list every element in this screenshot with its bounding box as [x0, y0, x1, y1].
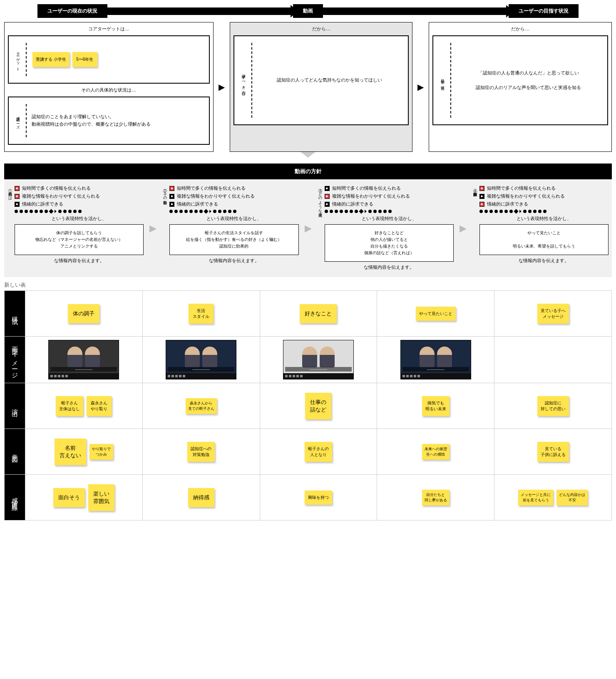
checkbox-icon: ■	[479, 194, 484, 199]
sticky-note[interactable]: 病気でも 明るい未来	[422, 396, 450, 416]
video-thumbnail[interactable]: ――――――	[400, 340, 471, 379]
sticky-note[interactable]: 認知症に 対しての思い	[537, 396, 569, 416]
row-header-enshutsu: 演出	[5, 383, 25, 429]
checkbox-icon: ■	[479, 202, 484, 207]
chevron-right-icon: ▶	[305, 223, 312, 234]
policy-convey-text: な情報内容を伝えます。	[15, 258, 144, 264]
table-cell: 認知症に 対しての思い	[494, 383, 612, 429]
policy-content-box: 体の調子を話してもらう 物忘れなど（マネージャーの名前が言えない） アニメとリン…	[15, 224, 144, 255]
target-box: ターゲット 受講する 小学生 5〜6年生	[8, 35, 210, 84]
policy-exploit-text: という表現特性を活かし、	[169, 216, 298, 222]
vlabel-goal: 目指す状況	[440, 76, 445, 84]
sticky-note[interactable]: 蛭子さんの 人となり	[305, 442, 332, 462]
sticky-note[interactable]: 体の調子	[68, 304, 99, 323]
dashed-separator	[26, 43, 27, 76]
video-thumbnail[interactable]: ――――――	[48, 340, 119, 379]
policy-vlabel: ②その動画を	[162, 183, 168, 273]
policy-exploit-text: という表現特性を活かし、	[325, 216, 454, 222]
check-item: ■複雑な情報をわかりやすく伝えられる	[169, 193, 298, 199]
check-label: 短時間で多くの情報を伝えられる	[22, 185, 91, 191]
arrow-icon	[323, 7, 509, 15]
check-item: ■短時間で多くの情報を伝えられる	[169, 185, 298, 191]
sticky-note[interactable]: 楽しい 雰囲気	[88, 484, 114, 511]
sticky-note[interactable]: 見ている 子供に訴える	[537, 442, 569, 462]
appeal-text: 認知症の人ってどんな気持ちなのかを知ってほしい	[257, 77, 402, 84]
row-header-gamen: 画面イメージ	[5, 337, 25, 383]
sticky-note[interactable]: 受講する 小学生	[32, 52, 70, 67]
sticky-note[interactable]: 蛭子さん 主体はなし	[56, 396, 83, 416]
check-label: 情緒的に訴求できる	[332, 201, 373, 207]
policy-exploit-text: という表現特性を活かし、	[479, 216, 609, 222]
goal-line2: 認知症の人のリアルな声を聞いて思いと実感を知る	[456, 84, 601, 92]
check-item: ■複雑な情報をわかりやすく伝えられる	[479, 193, 609, 199]
sticky-note[interactable]: メッセージと共に 前を見てもらう	[518, 490, 553, 506]
panel-current: コアターゲットは… ターゲット 受講する 小学生 5〜6年生 その人の具体的な状…	[4, 22, 214, 152]
sticky-note[interactable]: 生活 スタイル	[189, 304, 214, 324]
policy-content-box: 蛭子さんの生活スタイルを話す 絵を描く（指を動かす）食べるの好き（よく噛む） 認…	[169, 224, 298, 255]
check-item: ■複雑な情報をわかりやすく伝えられる	[325, 193, 454, 199]
check-label: 情緒的に訴求できる	[22, 201, 63, 207]
policy-convey-text: な情報内容を伝えます。	[325, 264, 454, 270]
arrow-icon	[107, 7, 293, 15]
checkbox-icon: ■	[15, 186, 20, 191]
sticky-note[interactable]: 自分たちと 同じ夢がある	[422, 490, 450, 506]
flow-label-right: ユーザーの目指す状況	[509, 4, 579, 18]
dots-divider	[479, 210, 609, 213]
table-cell: 病気でも 明るい未来	[377, 383, 494, 429]
table-cell: 体の調子	[25, 291, 143, 337]
video-thumbnail[interactable]: ――――――	[283, 340, 354, 379]
checkbox-icon: ■	[169, 202, 174, 207]
row-header-ito: 意図	[5, 429, 25, 475]
vlabel-needs: 課題・ニーズ	[15, 114, 21, 127]
sticky-note[interactable]: 好きなこと	[300, 304, 337, 323]
sticky-note[interactable]: 名前 言えない	[55, 439, 86, 465]
table-cell: 見ている 子供に訴える	[494, 429, 612, 475]
sticky-note[interactable]: 納得感	[188, 488, 214, 507]
table-cell: ――――――	[377, 337, 494, 383]
sticky-note[interactable]: やって見たいこと	[416, 307, 456, 321]
checkbox-icon: ■	[169, 186, 174, 191]
table-cell: メッセージと共に 前を見てもらうどんな内容かは 不安	[494, 475, 612, 520]
sticky-note[interactable]: 未来への展望 生への感情	[422, 444, 450, 460]
policy-convey-text: な情報内容を伝えます。	[479, 258, 609, 264]
sticky-note[interactable]: 認知症への 対策勉強	[187, 442, 215, 462]
table-cell: 未来への展望 生への感情	[377, 429, 494, 475]
table-cell: 名前 言えないやり取りで つかみ	[25, 429, 143, 475]
policy-column: ①動画では■短時間で多くの情報を伝えられる■複雑な情報をわかりやすく伝えられる■…	[4, 179, 147, 277]
needs-text: 認知症のことをあまり理解していない。 動画視聴時は会の中盤なので、概要などは少し…	[32, 113, 202, 128]
table-cell: 蛭子さんの 人となり	[260, 429, 378, 475]
chevron-right-icon: ▶	[217, 82, 226, 92]
flow-label-left: ユーザーの現在の状況	[37, 4, 107, 18]
sticky-note[interactable]: 仕事の 話など	[305, 393, 331, 419]
goal-line1: 「認知症の人も普通の人なんだ」と思って欲しい	[456, 69, 601, 77]
sticky-note[interactable]: 面白そう	[53, 488, 85, 507]
sticky-note[interactable]: 森永さん やり取り	[87, 396, 112, 416]
policy-column: ④動画展開■短時間で多くの情報を伝えられる■複雑な情報をわかりやすく伝えられる■…	[469, 179, 612, 277]
sticky-note[interactable]: 見ている子へ メッセージ	[537, 304, 569, 324]
dots-divider	[15, 210, 144, 213]
check-item: ■情緒的に訴求できる	[479, 201, 609, 207]
table-cell: 蛭子さん 主体はなし森永さん やり取り	[25, 383, 143, 429]
policy-vlabel: ④動画展開	[472, 183, 478, 273]
sticky-note[interactable]: どんな内容かは 不安	[556, 490, 588, 506]
table-cell: ――――――	[25, 337, 143, 383]
sticky-note[interactable]: やり取りで つかみ	[89, 444, 113, 460]
sticky-note[interactable]: 興味を持つ	[305, 491, 332, 505]
table-cell: 自分たちと 同じ夢がある	[377, 475, 494, 520]
check-label: 短時間で多くの情報を伝えられる	[487, 185, 556, 191]
checkbox-icon: ■	[15, 202, 20, 207]
pointer-down-icon	[301, 152, 315, 158]
policy-title-bar: 動画の方針	[4, 164, 612, 179]
check-item: ■情緒的に訴求できる	[325, 201, 454, 207]
check-item: ■情緒的に訴求できる	[15, 201, 144, 207]
planning-table: 構成体の調子生活 スタイル好きなことやって見たいこと見ている子へ メッセージ画面…	[4, 290, 612, 520]
vlabel-target: ターゲット	[15, 49, 21, 70]
row-header-kanjo: 感情曲線	[5, 475, 25, 520]
panel-heading: その人の具体的な状況は…	[8, 87, 210, 93]
table-title: 新しい表	[4, 281, 612, 289]
video-thumbnail[interactable]: ――――――	[166, 340, 236, 379]
sticky-note[interactable]: 5〜6年生	[72, 52, 97, 67]
sticky-note[interactable]: 森永さんから 見ての蛭子さん	[186, 398, 217, 414]
vlabel-appeal: 訴求すべき内容	[241, 71, 246, 89]
checkbox-icon: ■	[325, 186, 330, 191]
